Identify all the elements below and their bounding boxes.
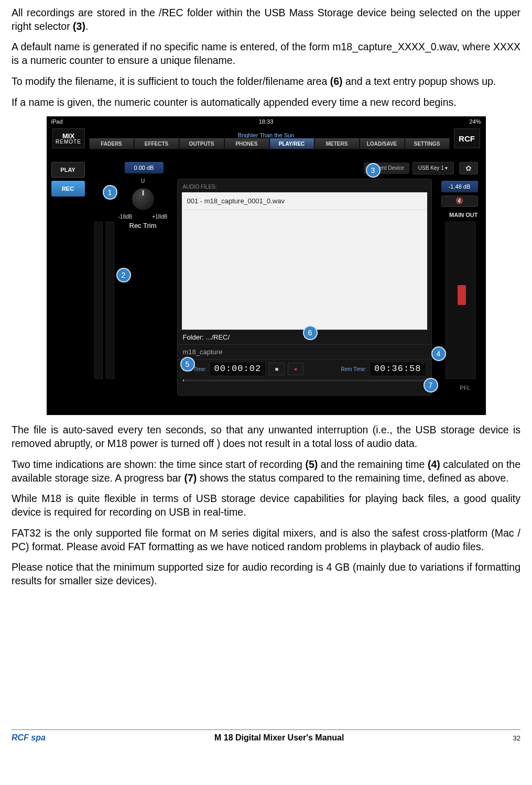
callout-ref-5: (5): [305, 459, 318, 470]
callout-4: 4: [431, 346, 446, 361]
logo-line2: REMOTE: [56, 139, 81, 145]
main-fader[interactable]: [446, 222, 476, 379]
mute-icon[interactable]: 🔇: [441, 195, 478, 207]
rem-time-value: 00:36:58: [370, 362, 426, 376]
file-panel: AUDIO FILES: 001 - m18_capture_0001_0.wa…: [177, 179, 432, 396]
callout-ref-6: (6): [330, 75, 343, 87]
ipad-battery: 24%: [469, 118, 481, 126]
paragraph-3: To modify the filename, it is sufficient…: [12, 75, 520, 89]
text: Two time indications are shown: the time…: [12, 459, 305, 470]
device-selector[interactable]: USB Key 1 ▾: [412, 162, 454, 174]
rcf-logo: RCF: [454, 128, 480, 148]
tab-settings[interactable]: SETTINGS: [405, 138, 450, 149]
callout-6: 6: [303, 325, 318, 340]
paragraph-7: While M18 is quite flexible in terms of …: [12, 492, 520, 519]
tab-loadsave[interactable]: LOAD/SAVE: [360, 138, 405, 149]
app-screenshot: iPad 18:33 24% Brighter Than the Sun MIX…: [47, 116, 486, 415]
audio-file-item[interactable]: 001 - m18_capture_0001_0.wav: [182, 192, 427, 210]
text: shows the status compared to the remaini…: [197, 472, 508, 484]
tab-effects[interactable]: EFFECTS: [134, 138, 179, 149]
rec-meter-left: [94, 222, 103, 379]
text: and the remaining time: [318, 459, 428, 470]
play-button[interactable]: PLAY: [51, 162, 85, 178]
transport-bar: Rec Time: 00:00:02 ■ ● Rem Time: 00:36:5…: [178, 359, 431, 378]
audio-file-list[interactable]: 001 - m18_capture_0001_0.wav: [182, 192, 427, 330]
rec-trim-control: U -18dB +18dB Rec Trim: [114, 178, 172, 230]
ipad-clock: 18:33: [259, 118, 274, 126]
ipad-status-bar: iPad 18:33 24%: [47, 117, 485, 126]
gain-readout[interactable]: 0.00 dB: [125, 162, 164, 173]
paragraph-1: All recordings are stored in the /REC fo…: [12, 6, 520, 33]
paragraph-6: Two time indications are shown: the time…: [12, 458, 520, 485]
rec-trim-min: -18dB: [118, 213, 133, 220]
paragraph-4: If a name is given, the numeric counter …: [12, 96, 520, 110]
tab-phones[interactable]: PHONES: [224, 138, 269, 149]
text: .: [85, 20, 88, 32]
paragraph-9: Please notice that the minimum supported…: [12, 561, 520, 587]
text: and a text entry popup shows up.: [343, 75, 496, 87]
footer-company: RCF spa: [12, 732, 46, 743]
ipad-label: iPad: [51, 118, 63, 126]
screenshot-figure: iPad 18:33 24% Brighter Than the Sun MIX…: [47, 116, 486, 415]
progress-bar: [183, 379, 426, 381]
rec-trim-u: U: [114, 178, 172, 184]
rec-trim-knob[interactable]: [131, 187, 155, 211]
callout-ref-3: (3): [73, 20, 85, 32]
pfl-label: PFL: [460, 384, 470, 392]
callout-ref-7: (7): [184, 472, 197, 484]
footer-title: M 18 Digital Mixer User's Manual: [214, 732, 344, 743]
paragraph-2: A default name is generated if no specif…: [12, 40, 520, 67]
tab-outputs[interactable]: OUTPUTS: [179, 138, 224, 149]
mixremote-logo: MIX REMOTE: [52, 128, 85, 148]
stop-button[interactable]: ■: [269, 363, 285, 375]
rec-trim-scale: -18dB +18dB: [114, 213, 172, 220]
main-nav: FADERS EFFECTS OUTPUTS PHONES PLAY/REC M…: [89, 138, 450, 149]
callout-3: 3: [366, 163, 381, 178]
callout-5: 5: [180, 357, 195, 372]
paragraph-8: FAT32 is the only supported file format …: [12, 527, 520, 553]
main-out-label: MAIN OUT: [449, 211, 477, 219]
text: To modify the filename, it is sufficient…: [12, 75, 330, 87]
gear-icon[interactable]: ✿: [459, 162, 478, 175]
rec-trim-title: Rec Trim: [114, 221, 172, 230]
callout-2: 2: [116, 268, 131, 282]
tab-playrec[interactable]: PLAY/REC: [269, 138, 314, 149]
tab-faders[interactable]: FADERS: [89, 138, 134, 149]
page-footer: RCF spa M 18 Digital Mixer User's Manual…: [12, 729, 520, 743]
filename-field[interactable]: m18_capture: [178, 344, 431, 359]
main-db-readout[interactable]: -1.48 dB: [441, 181, 478, 192]
logo-line1: MIX: [62, 133, 74, 139]
rec-trim-max: +18dB: [152, 213, 167, 220]
audio-files-header: AUDIO FILES:: [178, 179, 431, 192]
rec-button[interactable]: REC: [51, 181, 85, 197]
paragraph-5: The file is auto-saved every ten seconds…: [12, 423, 520, 450]
record-button[interactable]: ●: [288, 363, 303, 375]
footer-page-number: 32: [513, 734, 520, 743]
rec-time-value: 00:00:02: [210, 362, 266, 376]
callout-1: 1: [103, 185, 117, 200]
rem-time-label: Rem Time:: [341, 366, 366, 373]
tab-meters[interactable]: METERS: [314, 138, 360, 149]
callout-7: 7: [424, 378, 438, 392]
callout-ref-4: (4): [428, 459, 440, 470]
rec-meter-right: [106, 222, 114, 379]
